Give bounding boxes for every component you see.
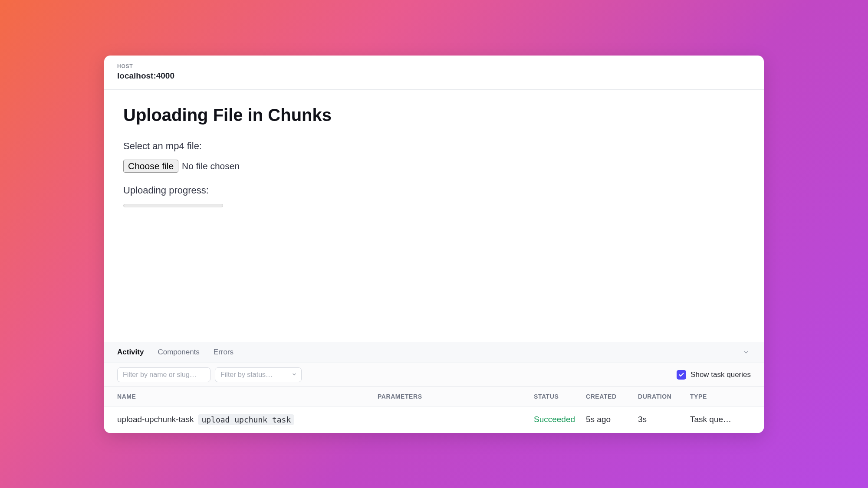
- checkbox-checked-icon: [677, 370, 686, 380]
- filter-status-placeholder: Filter by status…: [220, 371, 273, 379]
- header: HOST localhost:4000: [104, 56, 764, 90]
- app-window: HOST localhost:4000 Uploading File in Ch…: [104, 56, 764, 433]
- col-header-created: CREATED: [586, 393, 638, 400]
- progress-label: Uploading progress:: [123, 185, 745, 196]
- table-row[interactable]: upload-upchunk-task upload_upchunk_task …: [104, 406, 764, 433]
- filter-name-input[interactable]: [117, 367, 210, 382]
- row-status: Succeeded: [534, 415, 586, 424]
- table-header: NAME PARAMETERS STATUS CREATED DURATION …: [104, 387, 764, 406]
- col-header-name: NAME: [117, 393, 378, 400]
- col-header-type: TYPE: [690, 393, 751, 400]
- filter-row: Filter by status… Show task queries: [104, 363, 764, 387]
- row-type: Task que…: [690, 415, 751, 424]
- row-created: 5s ago: [586, 415, 638, 424]
- file-input-row: Choose file No file chosen: [123, 160, 745, 173]
- col-header-status: STATUS: [534, 393, 586, 400]
- main-content: Uploading File in Chunks Select an mp4 f…: [104, 90, 764, 342]
- choose-file-button[interactable]: Choose file: [123, 160, 178, 173]
- activity-panel: Activity Components Errors Filter by sta…: [104, 342, 764, 433]
- col-header-duration: DURATION: [638, 393, 690, 400]
- show-task-queries-toggle[interactable]: Show task queries: [677, 370, 751, 380]
- row-slug-badge: upload_upchunk_task: [198, 414, 294, 425]
- select-file-label: Select an mp4 file:: [123, 141, 745, 152]
- no-file-chosen-text: No file chosen: [182, 161, 240, 171]
- page-title: Uploading File in Chunks: [123, 105, 745, 125]
- tab-components[interactable]: Components: [158, 348, 199, 357]
- host-value: localhost:4000: [117, 71, 751, 81]
- row-name: upload-upchunk-task: [117, 415, 194, 424]
- show-task-queries-label: Show task queries: [690, 370, 751, 379]
- chevron-down-icon: [292, 371, 297, 379]
- filter-status-select[interactable]: Filter by status…: [215, 367, 302, 382]
- host-label: HOST: [117, 63, 751, 69]
- progress-bar: [123, 204, 223, 207]
- col-header-parameters: PARAMETERS: [378, 393, 534, 400]
- panel-tabs: Activity Components Errors: [104, 342, 764, 363]
- chevron-down-icon: [743, 349, 749, 355]
- row-duration: 3s: [638, 415, 690, 424]
- tab-activity[interactable]: Activity: [117, 348, 144, 357]
- tab-errors[interactable]: Errors: [214, 348, 233, 357]
- collapse-panel-button[interactable]: [741, 347, 751, 357]
